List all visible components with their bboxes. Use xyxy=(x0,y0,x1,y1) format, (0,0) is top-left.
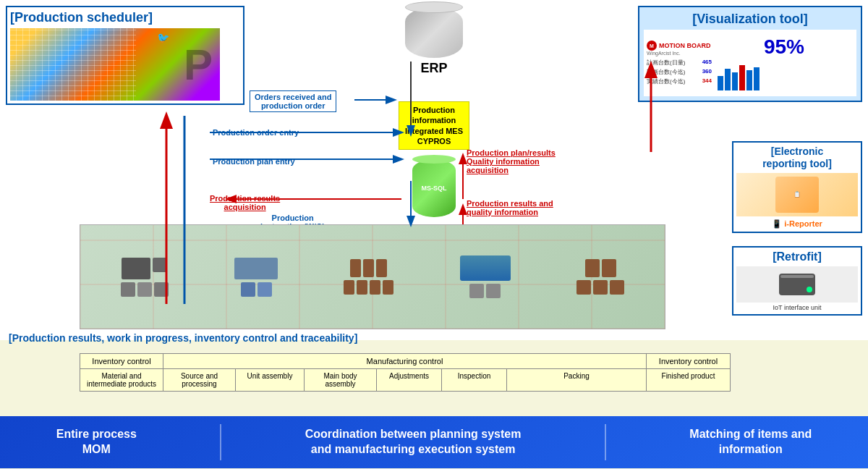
prod-plan-results-area: Production plan/results Quality informat… xyxy=(467,148,556,174)
prod-plan-entry: Production plan entry xyxy=(210,156,298,167)
i-reporter-icon: 📱 xyxy=(772,219,784,228)
machine-1 xyxy=(122,258,150,279)
reporting-image: 📋 xyxy=(736,173,858,216)
factory-box xyxy=(80,224,665,329)
bar-6 xyxy=(754,67,760,90)
machine-group-4 xyxy=(460,255,511,298)
prod-plan-results-text: Production plan/results xyxy=(467,148,556,157)
prod-info-line1: Production xyxy=(405,105,463,115)
machine-9 xyxy=(350,259,361,277)
mssql-label: MS-SQL xyxy=(422,185,447,192)
viz-num-1: 計画台数(日量) 465 xyxy=(647,59,712,67)
cell-packing: Packing xyxy=(507,369,647,391)
bottom-bar-item-2: Coordination between planning systemand … xyxy=(305,427,522,457)
prod-results-quality-2: quality information xyxy=(467,208,553,216)
device-detail xyxy=(780,275,814,278)
viz-title: [Visualization tool] xyxy=(644,12,856,27)
machine-row-7 xyxy=(460,255,511,281)
machine-21 xyxy=(576,280,591,295)
orders-line1: Orders received and xyxy=(255,93,331,101)
machine-4 xyxy=(137,282,152,297)
machine-row-10 xyxy=(576,280,624,295)
bar-1 xyxy=(718,76,723,90)
machine-row-5 xyxy=(350,259,387,277)
quality-acquisition-text: acquisition xyxy=(467,166,556,174)
machine-row-8 xyxy=(469,284,501,298)
i-reporter-label: 📱 i-Reporter xyxy=(736,219,858,229)
viz-numbers: 計画台数(日量) 465 計画台数(今迄) 360 実績台数(今迄) 344 xyxy=(647,59,712,85)
prod-inst-line1: Production xyxy=(260,214,325,222)
prod-results-quality-1: Production results and xyxy=(467,199,553,208)
machine-15 xyxy=(383,280,393,295)
cell-inventory-control-right-header: Inventory control xyxy=(647,354,730,368)
prod-info-line2: information xyxy=(405,115,463,125)
process-table: Inventory control Manufacturing control … xyxy=(80,353,731,392)
machine-22 xyxy=(593,280,608,295)
prod-results-line2: acquisition xyxy=(210,203,280,211)
prod-info-line4: CYPROS xyxy=(405,136,463,146)
motion-board-icon: M xyxy=(647,41,657,51)
bar-3 xyxy=(732,72,738,90)
process-row-1: Inventory control Manufacturing control … xyxy=(80,354,730,369)
viz-content: M MOTION BOARD WingArcist Inc. 計画台数(日量) … xyxy=(644,30,856,96)
retrofit-image xyxy=(736,266,858,303)
process-row-2: Material andintermediate products Source… xyxy=(80,369,730,391)
reporting-line2: reporting tool] xyxy=(736,158,858,170)
machine-group-3 xyxy=(344,259,393,295)
quality-info-text: Quality information xyxy=(467,157,556,166)
cell-finished-product: Finished product xyxy=(647,369,730,391)
retrofit-title: [Retrofit] xyxy=(736,250,858,263)
reporting-title: [Electronic reporting tool] xyxy=(736,145,858,170)
machine-10 xyxy=(363,259,374,277)
viz-brand-row: M MOTION BOARD xyxy=(647,41,712,51)
mssql-top xyxy=(412,155,456,164)
viz-box: [Visualization tool] M MOTION BOARD Wing… xyxy=(638,6,862,102)
reporting-img-placeholder: 📋 xyxy=(775,177,819,213)
scheduler-decoration: 🐦 xyxy=(157,32,169,43)
erp-label: ERP xyxy=(405,61,463,76)
retrofit-box: [Retrofit] IoT interface unit xyxy=(732,246,862,316)
machine-16 xyxy=(460,255,511,281)
bar-5 xyxy=(746,70,752,90)
cell-adjustments: Adjustments xyxy=(377,369,442,391)
machine-7 xyxy=(241,282,255,297)
scheduler-p-letter: P xyxy=(184,40,213,90)
machine-row-6 xyxy=(344,280,393,295)
machine-17 xyxy=(469,284,484,298)
scheduler-box: [Production scheduler] P 🐦 xyxy=(6,6,244,105)
machine-11 xyxy=(376,259,387,277)
machine-5 xyxy=(154,282,169,297)
cell-inventory-control-left-header: Inventory control xyxy=(80,354,163,368)
reporting-line1: [Electronic xyxy=(736,145,858,158)
prod-info-line3: Integrated MES xyxy=(405,126,463,136)
cell-inspection: Inspection xyxy=(442,369,507,391)
machine-group-2 xyxy=(234,258,278,297)
orders-line2: production order xyxy=(255,101,331,110)
prod-results-line1: Production results xyxy=(210,194,280,203)
viz-num-2: 計画台数(今迄) 360 xyxy=(647,68,712,76)
machine-14 xyxy=(370,280,380,295)
machine-group-5 xyxy=(576,259,624,295)
machine-12 xyxy=(344,280,354,295)
big-number: 95% xyxy=(718,35,851,59)
chart-bars xyxy=(718,62,851,90)
machine-row-4 xyxy=(241,282,272,297)
cell-manufacturing-control-header: Manufacturing control xyxy=(163,354,647,368)
prod-order-entry: Production order entry xyxy=(210,127,302,138)
reporting-box: [Electronic reporting tool] 📋 📱 i-Report… xyxy=(732,141,862,233)
progress-banner: [Production results, work in progress, i… xyxy=(0,329,767,347)
top-section: [Production scheduler] P 🐦 [Visualizatio… xyxy=(0,0,868,340)
cell-main-body-assembly: Main bodyassembly xyxy=(305,369,377,391)
machine-row-2 xyxy=(121,282,169,297)
cell-source-processing: Source andprocessing xyxy=(163,369,236,391)
machine-19 xyxy=(585,259,600,277)
bar-4 xyxy=(739,65,745,90)
factory-inner xyxy=(80,225,665,329)
erp-cylinder xyxy=(405,7,463,58)
device-led xyxy=(807,287,812,292)
bottom-bar: Entire processMOM Coordination between p… xyxy=(0,416,868,468)
bottom-bar-divider-2 xyxy=(605,424,606,460)
viz-brand-area: M MOTION BOARD WingArcist Inc. 計画台数(日量) … xyxy=(647,41,712,85)
motion-board-logo: MOTION BOARD xyxy=(659,42,711,49)
machine-13 xyxy=(357,280,367,295)
